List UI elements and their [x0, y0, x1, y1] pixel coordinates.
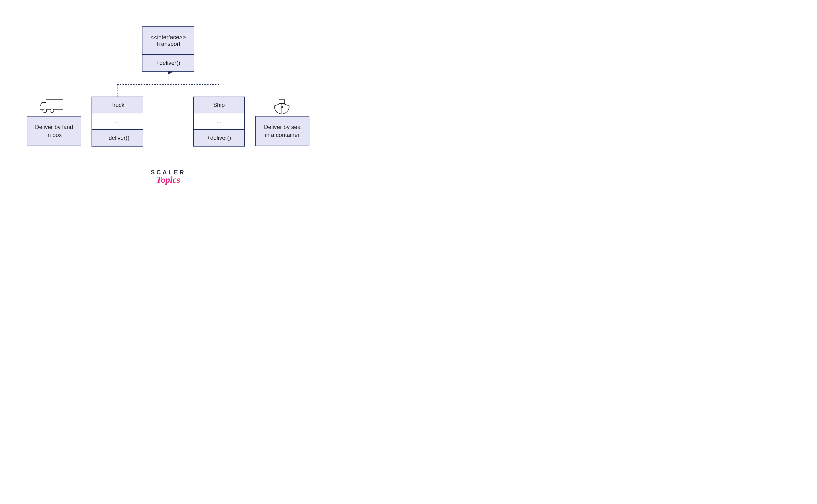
ship-note-line2: in a container: [265, 131, 300, 139]
class-ship: Ship ... +deliver(): [193, 97, 245, 147]
interface-method: +deliver(): [142, 55, 194, 71]
ship-attributes: ...: [194, 113, 244, 130]
interface-transport: <<interface>> Transport +deliver(): [142, 26, 194, 72]
class-truck: Truck ... +deliver(): [92, 97, 143, 147]
truck-note: Deliver by land in box: [27, 116, 81, 146]
truck-note-line1: Deliver by land: [35, 123, 73, 131]
ship-icon: [272, 99, 291, 117]
ship-note: Deliver by sea in a container: [255, 116, 309, 146]
svg-rect-0: [46, 100, 63, 109]
truck-icon: [39, 99, 65, 115]
interface-stereotype: <<interface>>: [150, 34, 186, 41]
ship-method: +deliver(): [194, 130, 244, 146]
interface-header: <<interface>> Transport: [142, 27, 194, 55]
scaler-topics-logo: SCALER Topics: [151, 169, 186, 185]
interface-name: Transport: [156, 41, 180, 47]
svg-point-2: [50, 109, 54, 113]
truck-name: Truck: [92, 97, 143, 113]
ship-name: Ship: [194, 97, 244, 113]
truck-attributes: ...: [92, 113, 143, 130]
svg-rect-3: [279, 100, 285, 104]
ship-note-line1: Deliver by sea: [264, 123, 301, 131]
truck-note-line2: in box: [46, 131, 62, 139]
truck-method: +deliver(): [92, 130, 143, 146]
logo-bottom: Topics: [151, 174, 186, 185]
svg-point-1: [43, 109, 47, 113]
